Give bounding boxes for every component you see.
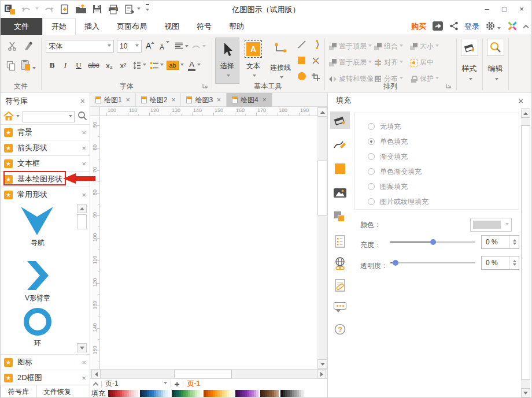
close-icon[interactable]: ×	[80, 96, 85, 106]
redo-button[interactable]	[44, 5, 54, 14]
color-swatch[interactable]	[276, 390, 279, 397]
active-page-tab[interactable]: 页-1	[187, 379, 200, 389]
text-tool-button[interactable]: A 文本	[242, 38, 265, 84]
help-icon[interactable]: ?	[330, 321, 350, 338]
add-page-button[interactable]: +	[175, 379, 180, 389]
style-button[interactable]: 样式	[456, 35, 482, 93]
select-tool-button[interactable]: 选择	[215, 38, 239, 84]
undo-caret-icon[interactable]	[35, 8, 39, 12]
close-icon[interactable]: ×	[82, 191, 86, 199]
color-swatch[interactable]	[200, 390, 202, 397]
collapse-ribbon-icon[interactable]	[523, 25, 529, 31]
menu-tab-help[interactable]: 帮助	[220, 18, 253, 35]
text-align-button[interactable]	[175, 42, 189, 51]
home-icon[interactable]	[3, 111, 14, 123]
arrange-dialog-launcher-icon[interactable]	[446, 83, 452, 91]
format-painter-icon[interactable]	[24, 41, 34, 53]
fill-option-pattern-fill[interactable]: 图案填充	[368, 179, 519, 194]
fill-panel-scrollbar[interactable]	[521, 108, 530, 398]
scrollbar-thumb[interactable]	[174, 370, 232, 378]
arrange-center[interactable]: 居中	[410, 57, 455, 68]
font-name-combobox[interactable]: 宋体	[46, 40, 114, 53]
decrease-font-button[interactable]: A	[160, 41, 169, 51]
paste-caret-icon[interactable]	[32, 67, 36, 71]
increase-font-button[interactable]: A	[146, 41, 154, 50]
arrange-align[interactable]: 对齐	[374, 57, 409, 68]
shape-panel-scrollbar[interactable]	[77, 204, 87, 352]
close-icon[interactable]: ×	[82, 128, 86, 137]
color-dropdown[interactable]	[470, 218, 512, 232]
fill-option-no-fill[interactable]: 无填充	[368, 119, 519, 134]
color-swatch[interactable]	[168, 390, 170, 397]
cross-connector-icon[interactable]	[311, 56, 320, 67]
line-style-icon[interactable]	[330, 136, 350, 153]
copy-icon[interactable]	[6, 61, 16, 73]
transparency-spinner[interactable]: 0 %	[481, 256, 519, 270]
login-button[interactable]: 登录	[464, 21, 479, 32]
canvas-horizontal-scrollbar[interactable]	[90, 369, 327, 378]
scroll-up-icon[interactable]	[521, 109, 530, 118]
menu-tab-file[interactable]: 文件	[1, 18, 42, 35]
ellipse-shape-icon[interactable]	[298, 72, 306, 80]
tab-symbol-library[interactable]: 符号库	[1, 385, 36, 398]
close-icon[interactable]: ×	[82, 358, 86, 367]
hyperlink-icon[interactable]	[330, 255, 350, 272]
search-input[interactable]	[23, 111, 75, 122]
cut-icon[interactable]	[8, 41, 17, 53]
home-caret-icon[interactable]	[16, 115, 20, 119]
color-swatch[interactable]	[301, 390, 304, 397]
library-item-text-box[interactable]: ★文本框×	[1, 156, 90, 172]
color-swatch[interactable]	[136, 390, 138, 397]
fill-option-solid-fill[interactable]: 单色填充	[368, 134, 519, 149]
close-icon[interactable]: ×	[217, 96, 221, 104]
fill-option-gradient-fill[interactable]: 渐变填充	[368, 149, 519, 164]
menu-tab-page-layout[interactable]: 页面布局	[108, 18, 156, 35]
library-item-background[interactable]: ★背景×	[1, 125, 90, 140]
brightness-slider[interactable]	[390, 239, 475, 246]
scroll-right-icon[interactable]	[317, 370, 326, 378]
drawing-tab-2[interactable]: 绘图2×	[136, 93, 182, 107]
drawing-tab-3[interactable]: 绘图3×	[181, 93, 227, 107]
page-list-icon[interactable]	[330, 233, 350, 250]
highlight-color-button[interactable]: ab	[166, 58, 184, 72]
undo-button[interactable]	[21, 5, 39, 14]
close-icon[interactable]: ×	[82, 144, 86, 152]
rectangle-shape-icon[interactable]	[298, 57, 305, 64]
menu-tab-home[interactable]: 开始	[42, 18, 76, 35]
connector-tool-button[interactable]: 连接线	[267, 38, 294, 84]
new-document-button[interactable]	[60, 4, 70, 15]
color-swatch[interactable]	[231, 390, 234, 397]
open-button[interactable]	[75, 4, 87, 14]
scroll-down-icon[interactable]	[521, 388, 530, 397]
color-swatch[interactable]	[256, 390, 258, 397]
scroll-down-icon[interactable]	[317, 359, 327, 369]
scrollbar-thumb[interactable]	[317, 161, 327, 215]
scroll-left-icon[interactable]	[91, 370, 101, 378]
shape-navigation[interactable]	[20, 207, 54, 237]
arrange-group[interactable]: 组合	[374, 40, 409, 52]
library-item-2d-block-diagram[interactable]: ★2D框图×	[1, 370, 90, 386]
transparency-slider[interactable]	[390, 259, 475, 266]
close-button[interactable]: ×	[513, 1, 530, 17]
arc-shape-icon[interactable]	[311, 40, 320, 51]
library-item-arrow-shapes[interactable]: ★箭头形状×	[1, 140, 90, 156]
scroll-up-icon[interactable]	[317, 107, 327, 117]
scroll-up-icon[interactable]	[77, 204, 87, 213]
library-item-icons[interactable]: ★图标×	[1, 355, 90, 370]
minimize-button[interactable]: –	[478, 1, 496, 17]
subscript-button[interactable]: x₂	[102, 58, 116, 72]
edit-button[interactable]: 编辑	[482, 35, 508, 93]
save-button[interactable]	[92, 4, 102, 14]
strikethrough-button[interactable]: abc	[86, 58, 102, 72]
share-icon[interactable]	[449, 21, 459, 32]
fill-option-picture-texture-fill[interactable]: 图片或纹理填充	[368, 194, 519, 209]
export-share-icon[interactable]	[432, 21, 444, 33]
scroll-down-icon[interactable]	[77, 343, 87, 352]
settings-gear-icon[interactable]	[485, 21, 501, 33]
shape-v-chevron[interactable]	[27, 261, 49, 292]
drawing-tab-4[interactable]: 绘图4×	[227, 93, 272, 107]
arrange-bring-to-front[interactable]: 置于顶层	[329, 40, 373, 52]
maximize-button[interactable]: □	[496, 1, 513, 17]
attachment-icon[interactable]	[330, 277, 350, 294]
collapse-pages-icon[interactable]	[93, 382, 99, 388]
